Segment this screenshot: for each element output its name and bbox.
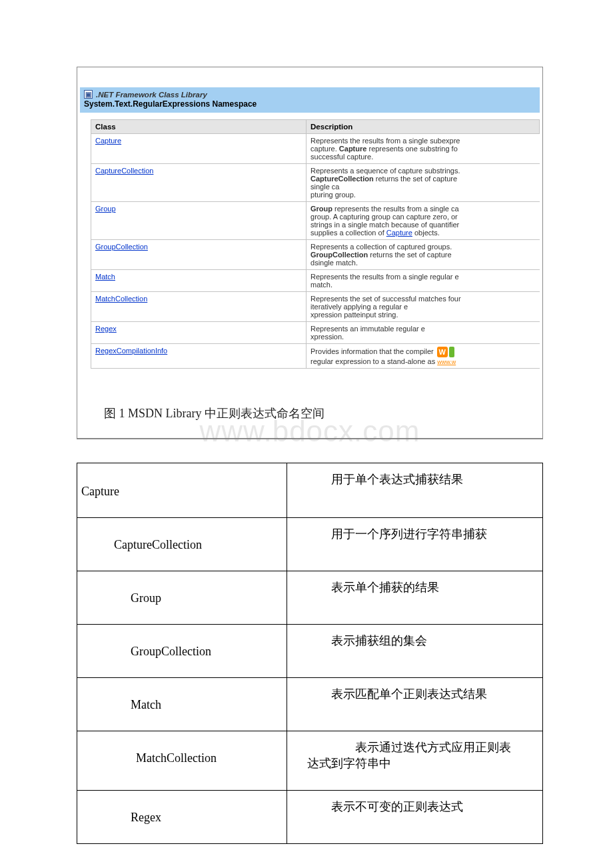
www-link[interactable]: www.w: [437, 359, 456, 365]
bold-classname: Capture: [339, 145, 367, 153]
cn-desc-text: 表示匹配单个正则表达式结果: [307, 686, 537, 702]
section-divider: [77, 439, 543, 439]
chinese-translation-table: Capture用于单个表达式捕获结果CaptureCollection用于一个序…: [77, 463, 543, 844]
cn-class-name: Group: [84, 591, 161, 605]
cn-desc-text: 用于单个表达式捕获结果: [307, 471, 537, 487]
description-cell: Represents an immutable regular expressi…: [306, 322, 540, 344]
msdn-panel: ▣ .NET Framework Class Library System.Te…: [77, 67, 543, 439]
class-cell: GroupCollection: [91, 240, 306, 270]
class-cell: Match: [91, 270, 306, 292]
bold-classname: GroupCollection: [310, 251, 368, 259]
cn-class-name: Match: [84, 698, 161, 712]
table-row: MatchCollectionRepresents the set of suc…: [91, 292, 540, 322]
class-link[interactable]: MatchCollection: [95, 295, 147, 303]
cn-class-name: CaptureCollection: [84, 538, 202, 552]
class-link[interactable]: CaptureCollection: [95, 167, 153, 175]
cn-class-cell: GroupCollection: [77, 625, 287, 678]
th-class: Class: [91, 120, 306, 134]
bold-classname: Group: [310, 205, 332, 213]
table-row: Capture用于单个表达式捕获结果: [77, 463, 543, 518]
table-row: Group表示单个捕获的结果: [77, 571, 543, 625]
cn-desc-text: 表示不可变的正则表达式: [307, 799, 537, 815]
namespace-title: System.Text.RegularExpressions Namespace: [84, 99, 536, 109]
cn-class-name: Regex: [84, 811, 161, 825]
class-cell: Regex: [91, 322, 306, 344]
class-link[interactable]: Match: [95, 273, 115, 281]
cn-class-cell: Match: [77, 678, 287, 731]
cn-class-cell: MatchCollection: [77, 731, 287, 791]
badge-group: W: [437, 347, 454, 357]
description-cell: Represents a sequence of capture substri…: [306, 164, 540, 202]
class-cell: Group: [91, 202, 306, 240]
cn-desc-text: 表示单个捕获的结果: [307, 579, 537, 595]
cn-class-name: Capture: [81, 485, 119, 498]
description-cell: Represents the results from a single reg…: [306, 270, 540, 292]
cn-desc-cell: 表示单个捕获的结果: [287, 571, 542, 625]
collapse-icon[interactable]: ▣: [84, 90, 93, 99]
description-cell: Represents a collection of captured grou…: [306, 240, 540, 270]
class-link[interactable]: GroupCollection: [95, 243, 148, 251]
table-row: CaptureCollection用于一个序列进行字符串捕获: [77, 518, 543, 571]
table-row: Regex表示不可变的正则表达式: [77, 791, 543, 844]
th-description: Description: [306, 120, 540, 134]
table-row: MatchRepresents the results from a singl…: [91, 270, 540, 292]
cn-desc-text: 表示捕获组的集会: [307, 633, 537, 649]
panel-header: ▣ .NET Framework Class Library System.Te…: [80, 87, 540, 113]
cn-class-cell: Group: [77, 571, 287, 625]
cn-class-cell: Regex: [77, 791, 287, 844]
cn-class-name: GroupCollection: [84, 645, 211, 659]
green-badge-icon: [449, 347, 454, 357]
table-row: GroupCollection表示捕获组的集会: [77, 625, 543, 678]
table-row: CaptureRepresents the results from a sin…: [91, 134, 540, 164]
cn-desc-cell: 用于单个表达式捕获结果: [287, 463, 542, 518]
cn-desc-text: 用于一个序列进行字符串捕获: [307, 526, 537, 542]
cn-desc-text: 达式到字符串中: [307, 755, 537, 771]
class-table: Class Description CaptureRepresents the …: [91, 119, 540, 369]
description-cell: Represents the results from a single sub…: [306, 134, 540, 164]
cn-desc-cell: 用于一个序列进行字符串捕获: [287, 518, 542, 571]
library-name: .NET Framework Class Library: [96, 91, 207, 99]
figure-caption-area: 图 1 MSDN Library 中正则表达式命名空间 www.bdocx.co…: [77, 405, 542, 438]
table-row: RegexCompilationInfoProvides information…: [91, 344, 540, 369]
table-row: CaptureCollectionRepresents a sequence o…: [91, 164, 540, 202]
cn-desc-cell: 表示通过迭代方式应用正则表达式到字符串中: [287, 731, 542, 791]
cn-desc-cell: 表示不可变的正则表达式: [287, 791, 542, 844]
class-cell: Capture: [91, 134, 306, 164]
description-cell: Group represents the results from a sing…: [306, 202, 540, 240]
cn-desc-cell: 表示捕获组的集会: [287, 625, 542, 678]
inline-class-link[interactable]: Capture: [386, 229, 412, 237]
table-row: RegexRepresents an immutable regular exp…: [91, 322, 540, 344]
class-link[interactable]: Capture: [95, 137, 121, 145]
class-link[interactable]: Group: [95, 205, 116, 213]
bold-classname: CaptureCollection: [310, 175, 374, 183]
figure-caption: 图 1 MSDN Library 中正则表达式命名空间: [104, 407, 324, 420]
table-row: Match表示匹配单个正则表达式结果: [77, 678, 543, 731]
class-cell: RegexCompilationInfo: [91, 344, 306, 369]
table-row: GroupGroup represents the results from a…: [91, 202, 540, 240]
cn-desc-text: 表示通过迭代方式应用正则表: [307, 739, 537, 755]
description-cell: Provides information that the compiler W…: [306, 344, 540, 369]
cn-class-cell: CaptureCollection: [77, 518, 287, 571]
w-badge-icon: W: [437, 347, 448, 357]
table-row: MatchCollection 表示通过迭代方式应用正则表达式到字符串中: [77, 731, 543, 791]
cn-class-name: MatchCollection: [84, 751, 217, 765]
class-cell: MatchCollection: [91, 292, 306, 322]
description-cell: Represents the set of successful matches…: [306, 292, 540, 322]
class-link[interactable]: RegexCompilationInfo: [95, 347, 167, 355]
table-row: GroupCollectionRepresents a collection o…: [91, 240, 540, 270]
class-cell: CaptureCollection: [91, 164, 306, 202]
class-link[interactable]: Regex: [95, 325, 117, 333]
cn-desc-cell: 表示匹配单个正则表达式结果: [287, 678, 542, 731]
cn-class-cell: Capture: [77, 463, 287, 518]
